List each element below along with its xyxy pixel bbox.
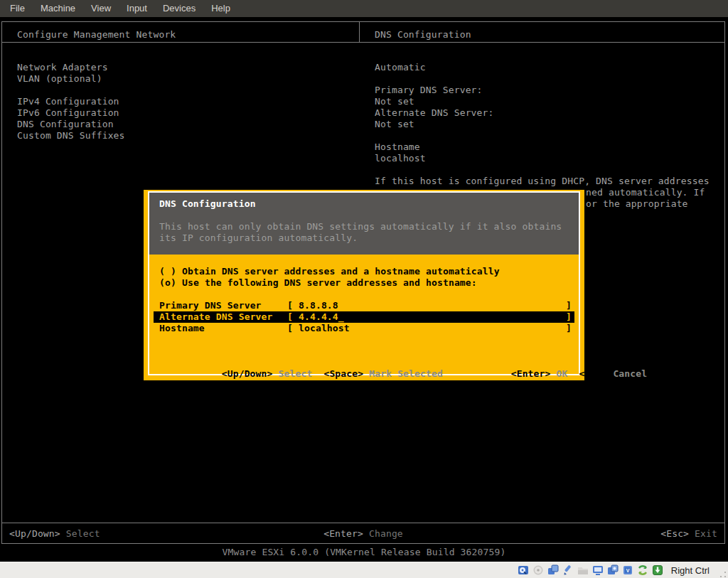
updown-label: Select (279, 368, 313, 379)
field-row-alternate-dns[interactable]: Alternate DNS Server[4.4.4.4_] (154, 311, 574, 323)
menu-item-dns[interactable]: DNS Configuration (17, 119, 125, 130)
updown-label: Select (66, 528, 100, 539)
keyboard-icon[interactable] (652, 564, 663, 576)
bracket-open: [ (287, 323, 293, 334)
panel-gap (375, 130, 710, 141)
vm-display: Configure Management Network DNS Configu… (0, 17, 728, 562)
esxi-version: VMware ESXi 6.0.0 (VMKernel Release Buil… (0, 546, 728, 559)
resize-grip[interactable] (719, 571, 727, 578)
menu-file[interactable]: File (2, 0, 33, 17)
primary-dns-input[interactable]: 8.8.8.8 (299, 300, 566, 311)
dhcp-note-line3-fragment: or the appropriate (586, 198, 688, 210)
menu-item-custom-dns-suffixes[interactable]: Custom DNS Suffixes (17, 130, 125, 141)
radio-use-following[interactable]: (o)Use the following DNS server addresse… (149, 277, 579, 289)
alternate-dns-value: Not set (375, 119, 710, 130)
dcui-hint-bar: <Up/Down> Select <Enter> Change <Esc> Ex… (2, 523, 724, 544)
virtualbox-status-bar: V Right Ctrl (0, 562, 728, 578)
enter-key: <Enter> (323, 528, 363, 539)
hint-updown: <Up/Down>Select (222, 368, 313, 379)
features-icon[interactable]: V (622, 564, 633, 576)
hint-enter-ok: <Enter>OK (511, 368, 568, 379)
menu-item-network-adapters[interactable]: Network Adapters (17, 62, 125, 73)
radio-use-label: Use the following DNS server addresses a… (182, 277, 477, 289)
radio-selected-icon: (o) (159, 277, 176, 289)
esc-label: Exit (695, 528, 717, 539)
panel-gap (375, 164, 710, 176)
menu-input[interactable]: Input (119, 0, 155, 17)
menu-machine[interactable]: Machine (33, 0, 83, 17)
hostname-value: localhost (375, 153, 710, 164)
updown-key: <Up/Down> (9, 528, 60, 539)
primary-dns-label: Primary DNS Server: (375, 85, 710, 96)
esc-key: <Esc> (660, 528, 689, 539)
bracket-close: ] (566, 323, 572, 334)
hard-disks-icon[interactable] (518, 564, 529, 576)
space-key: <Space> (323, 368, 363, 379)
bracket-open: [ (287, 300, 293, 311)
mouse-integration-icon[interactable] (637, 564, 648, 576)
space-label: Mark Selected (369, 368, 443, 379)
esc-cancel-label: Cancel (613, 368, 647, 379)
field-row-hostname[interactable]: Hostname[localhost] (154, 323, 574, 334)
svg-text:V: V (626, 568, 629, 573)
menu-view[interactable]: View (83, 0, 119, 17)
virtualbox-menu-bar: File Machine View Input Devices Help (0, 0, 728, 17)
dns-info-panel: Automatic Primary DNS Server: Not set Al… (375, 62, 710, 187)
radio-obtain-label: Obtain DNS server addresses and a hostna… (182, 266, 500, 277)
dialog-hint-bar: <Up/Down>Select<Space>Mark Selected <Ent… (154, 357, 574, 368)
dialog-title: DNS Configuration (159, 198, 569, 210)
dhcp-note-line1: If this host is configured using DHCP, D… (375, 176, 710, 187)
hostname-input[interactable]: localhost (299, 323, 566, 334)
config-menu: Network Adapters VLAN (optional) IPv4 Co… (17, 62, 125, 141)
dns-mode: Automatic (375, 62, 710, 73)
esc-key: <Esc> (579, 368, 608, 379)
menu-gap (17, 85, 125, 96)
dialog-description-line2: its IP configuration automatically. (159, 232, 569, 244)
dialog-description-line1: This host can only obtain DNS settings a… (159, 221, 569, 232)
dialog-hints-right: <Enter>OK<Esc>Cancel (443, 357, 647, 368)
hint-enter: <Enter> Change (323, 528, 403, 540)
updown-key: <Up/Down> (222, 368, 273, 379)
shared-folders-icon[interactable] (577, 564, 589, 576)
optical-drives-icon[interactable] (532, 564, 544, 576)
primary-dns-value: Not set (375, 96, 710, 107)
dns-configuration-dialog: DNS Configuration This host can only obt… (144, 190, 584, 380)
radio-unselected-icon: ( ) (159, 266, 176, 277)
menu-item-ipv6[interactable]: IPv6 Configuration (17, 107, 125, 119)
bracket-close: ] (566, 311, 572, 323)
bracket-close: ] (566, 300, 572, 311)
radio-obtain-automatically[interactable]: ( )Obtain DNS server addresses and a hos… (149, 266, 579, 277)
alternate-dns-input[interactable]: 4.4.4.4_ (299, 311, 566, 323)
dialog-hints-left: <Up/Down>Select<Space>Mark Selected (154, 357, 443, 368)
header-divider (359, 22, 360, 43)
enter-ok-label: OK (557, 368, 568, 379)
section-title: DNS Configuration (375, 29, 471, 41)
bracket-open: [ (287, 311, 293, 323)
page-title: Configure Management Network (17, 29, 176, 41)
network-adapters-icon[interactable] (547, 564, 559, 576)
hint-space: <Space>Mark Selected (323, 368, 443, 379)
display-icon[interactable] (592, 564, 604, 576)
hint-esc-cancel: <Esc>Cancel (579, 368, 648, 379)
dialog-header: DNS Configuration This host can only obt… (149, 193, 579, 255)
dialog-frame: DNS Configuration This host can only obt… (148, 191, 580, 375)
video-capture-icon[interactable] (607, 564, 619, 576)
menu-item-ipv4[interactable]: IPv4 Configuration (17, 96, 125, 107)
dcui-header: Configure Management Network DNS Configu… (2, 22, 724, 43)
menu-devices[interactable]: Devices (155, 0, 203, 17)
hostname-label: Hostname (375, 141, 710, 153)
dhcp-note-line2-fragment: ned automatically. If (586, 187, 705, 198)
menu-help[interactable]: Help (203, 0, 238, 17)
dialog-body: ( )Obtain DNS server addresses and a hos… (149, 255, 579, 373)
panel-gap (375, 73, 710, 85)
primary-dns-field-label: Primary DNS Server (159, 300, 287, 311)
enter-label: Change (369, 528, 403, 539)
menu-item-vlan[interactable]: VLAN (optional) (17, 73, 125, 85)
field-row-primary-dns[interactable]: Primary DNS Server[8.8.8.8] (154, 300, 574, 311)
host-key-label: Right Ctrl (671, 565, 710, 576)
hint-updown: <Up/Down> Select (9, 528, 100, 540)
usb-devices-icon[interactable] (562, 564, 574, 576)
alternate-dns-label: Alternate DNS Server: (375, 107, 710, 119)
enter-key: <Enter> (511, 368, 551, 379)
hint-esc: <Esc> Exit (660, 528, 717, 540)
